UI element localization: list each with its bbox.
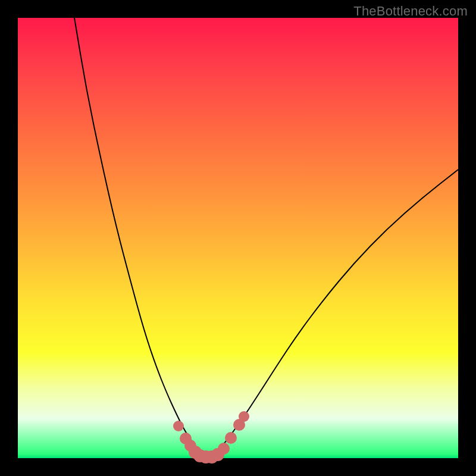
watermark-text: TheBottleneck.com — [353, 4, 468, 19]
plot-area — [18, 18, 458, 458]
chart-svg — [18, 18, 458, 458]
trough-marker — [173, 421, 184, 431]
trough-marker — [218, 443, 230, 455]
curve-left — [74, 18, 202, 455]
trough-marker — [239, 411, 249, 422]
trough-marker — [225, 432, 237, 444]
trough-markers — [173, 411, 249, 464]
outer-frame: TheBottleneck.com — [0, 0, 476, 476]
curve-left-path — [74, 18, 202, 455]
